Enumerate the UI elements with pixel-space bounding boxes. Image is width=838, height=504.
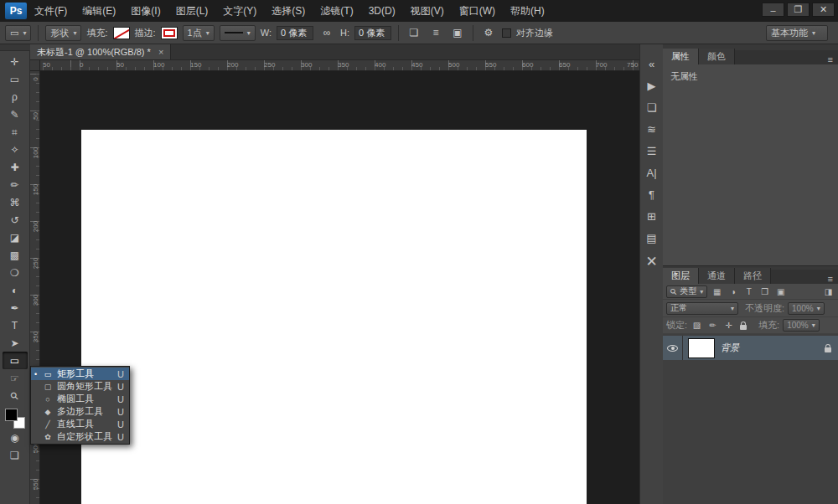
flyout-item-polygon-tool[interactable]: ◆ 多边形工具 U [31, 405, 129, 418]
panel-menu-icon[interactable]: ≡ [823, 274, 838, 284]
pen-tool-button[interactable]: ✒ [3, 299, 28, 316]
flyout-item-rounded-rectangle-tool[interactable]: ▢ 圆角矩形工具 U [31, 380, 129, 393]
lock-position-icon[interactable]: ✛ [722, 321, 735, 330]
tab-channels[interactable]: 通道 [699, 268, 735, 284]
flyout-item-line-tool[interactable]: ╱ 直线工具 U [31, 418, 129, 430]
height-input[interactable]: 0 像素 [354, 26, 391, 40]
filter-adjustment-layers-icon[interactable]: ◑ [727, 287, 739, 296]
flyout-item-custom-shape-tool[interactable]: ✿ 自定形状工具 U [31, 430, 129, 443]
filter-pixel-layers-icon[interactable]: ▦ [711, 287, 723, 296]
opacity-input[interactable]: 100% ▾ [788, 302, 825, 315]
canvas-viewport[interactable] [40, 71, 639, 504]
path-operations-icon[interactable]: ❏ [406, 25, 422, 41]
brush-tool-button[interactable]: ✏ [3, 176, 28, 193]
info-panel-icon[interactable]: ▤ [642, 229, 662, 247]
menu-edit[interactable]: 编辑(E) [75, 0, 123, 22]
history-brush-tool-button[interactable]: ↺ [3, 211, 28, 229]
menu-file[interactable]: 文件(F) [27, 0, 75, 22]
path-selection-tool-button[interactable]: ➤ [3, 334, 28, 352]
width-input[interactable]: 0 像素 [277, 26, 313, 40]
eyedropper-tool-button[interactable]: ✧ [3, 141, 28, 158]
path-alignment-icon[interactable]: ≡ [427, 25, 444, 41]
paragraph-panel-icon[interactable]: ¶ [642, 185, 662, 203]
layer-thumbnail[interactable] [688, 338, 715, 358]
minimize-button[interactable]: – [762, 3, 784, 17]
eraser-tool-button[interactable]: ◪ [3, 229, 28, 246]
document-tab[interactable]: 未标题-1 @ 100%(RGB/8) * × [30, 44, 171, 59]
tool-mode-select[interactable]: 形状 ▾ [45, 25, 81, 41]
collapse-panels-icon[interactable]: « [642, 54, 662, 73]
tool-preset-picker[interactable]: ▭ ▾ [5, 25, 31, 41]
gradient-tool-button[interactable]: ▩ [3, 246, 28, 264]
flyout-item-rectangle-tool[interactable]: • ▭ 矩形工具 U [31, 368, 129, 380]
menu-window[interactable]: 窗口(W) [452, 0, 503, 22]
stroke-swatch[interactable] [161, 27, 178, 39]
actions-panel-icon[interactable]: ▶ [642, 76, 662, 95]
menu-view[interactable]: 视图(V) [403, 0, 452, 22]
layer-row-background[interactable]: 背景 [663, 336, 838, 360]
maximize-button[interactable]: ❐ [787, 3, 810, 17]
stroke-width-select[interactable]: 1点 ▾ [183, 25, 215, 41]
fill-swatch[interactable] [113, 27, 130, 39]
menu-select[interactable]: 选择(S) [264, 0, 313, 22]
layer-filter-select[interactable]: ⚲ 类型 ▾ [666, 285, 707, 298]
lock-transparency-icon[interactable]: ▨ [691, 321, 703, 330]
menu-type[interactable]: 文字(Y) [215, 0, 264, 22]
dodge-tool-button[interactable]: ◐ [3, 281, 28, 299]
filter-shape-layers-icon[interactable]: ❒ [758, 287, 771, 296]
blend-mode-select[interactable]: 正常 ▾ [666, 302, 738, 315]
menu-layer[interactable]: 图层(L) [168, 0, 216, 22]
blur-tool-button[interactable]: ❍ [3, 264, 28, 281]
move-tool-button[interactable]: ✛ [3, 53, 28, 70]
character-panel-icon[interactable]: A| [642, 163, 662, 182]
menu-image[interactable]: 图像(I) [123, 0, 168, 22]
tab-properties[interactable]: 属性 [663, 49, 699, 64]
close-button[interactable]: ✕ [812, 3, 835, 17]
healing-brush-tool-button[interactable]: ✚ [3, 158, 28, 176]
tab-layers[interactable]: 图层 [663, 268, 699, 284]
fill-input[interactable]: 100% ▾ [783, 319, 820, 332]
link-dimensions-icon[interactable]: ∞ [318, 25, 335, 41]
styles-panel-icon[interactable]: ❏ [642, 98, 662, 116]
marquee-tool-button[interactable]: ▭ [3, 70, 28, 88]
menu-3d[interactable]: 3D(D) [361, 0, 403, 22]
stroke-style-select[interactable]: ▾ [220, 25, 256, 41]
path-arrangement-icon[interactable]: ▣ [449, 25, 466, 41]
flyout-item-ellipse-tool[interactable]: ○ 椭圆工具 U [31, 393, 129, 405]
eye-icon[interactable] [667, 345, 678, 352]
screen-mode-button[interactable]: ❏ [3, 446, 28, 464]
tab-paths[interactable]: 路径 [735, 268, 771, 284]
lasso-tool-button[interactable]: ρ [3, 88, 28, 105]
layer-comps-panel-icon[interactable]: ⊞ [642, 207, 662, 225]
quick-mask-button[interactable]: ◉ [3, 429, 28, 446]
align-edges-checkbox[interactable] [502, 28, 511, 38]
lock-pixels-icon[interactable]: ✏ [706, 321, 719, 330]
type-tool-button[interactable]: T [3, 316, 28, 334]
lock-all-icon[interactable] [740, 325, 747, 330]
tab-close-icon[interactable]: × [158, 47, 163, 57]
rectangle-tool-button[interactable]: ▭ [3, 352, 28, 369]
workspace-select[interactable]: 基本功能 ▾ [766, 25, 828, 41]
filter-type-layers-icon[interactable]: T [742, 287, 755, 296]
panel-menu-icon[interactable]: ≡ [823, 54, 838, 64]
layer-visibility-cell[interactable] [663, 336, 683, 360]
clone-stamp-tool-button[interactable]: ⌘ [3, 193, 28, 211]
filter-smart-object-layers-icon[interactable]: ▣ [774, 287, 787, 296]
foreground-color-swatch[interactable] [5, 409, 18, 421]
brush-panel-icon[interactable]: ≋ [642, 120, 662, 138]
quick-selection-tool-button[interactable]: ✎ [3, 105, 28, 123]
canvas[interactable] [81, 130, 587, 504]
measure-panel-icon[interactable]: ✕ [642, 250, 662, 272]
ruler-origin-corner[interactable] [30, 60, 40, 71]
hand-tool-button[interactable]: ☞ [3, 369, 28, 387]
tab-color[interactable]: 颜色 [699, 49, 735, 64]
menu-help[interactable]: 帮助(H) [503, 0, 552, 22]
crop-tool-button[interactable]: ⌗ [3, 123, 28, 141]
filter-toggle-icon[interactable]: ◨ [822, 287, 835, 296]
gear-icon[interactable]: ⚙ [480, 25, 497, 41]
toolbar-collapse-handle[interactable] [0, 44, 30, 51]
horizontal-ruler[interactable]: 50 0 50 100 150 200 250 300 350 400 450 … [40, 60, 639, 71]
adjustments-panel-icon[interactable]: ☰ [642, 141, 662, 160]
zoom-tool-button[interactable]: ⚲ [3, 387, 28, 404]
menu-filter[interactable]: 滤镜(T) [313, 0, 360, 22]
